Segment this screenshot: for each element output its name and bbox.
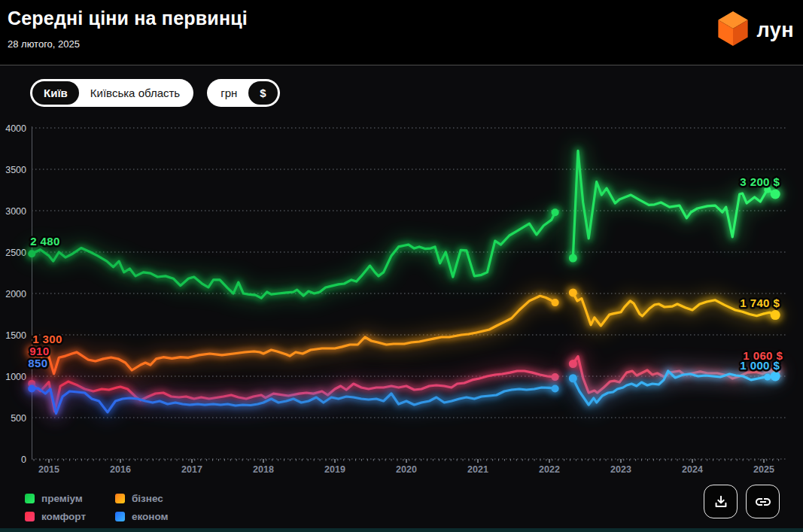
x-axis-label: 2022 (539, 464, 560, 475)
toolbar: Київ Київська область грн $ (30, 79, 280, 107)
data-point-бізнес (771, 310, 780, 320)
y-axis-label: 2500 (5, 248, 26, 258)
download-button[interactable] (704, 485, 738, 518)
legend-swatch (115, 494, 125, 503)
legend-item-комфорт: комфорт (25, 507, 114, 525)
data-point-бізнес (552, 299, 559, 306)
x-axis-label: 2018 (253, 464, 274, 475)
copy-link-button[interactable] (746, 485, 780, 518)
series-line-преміум (32, 212, 555, 298)
y-axis-label: 3000 (5, 206, 26, 217)
y-axis-label: 3500 (5, 165, 26, 175)
data-point-економ (771, 372, 780, 382)
link-icon (754, 493, 772, 511)
x-axis-label: 2020 (396, 464, 417, 475)
legend-swatch (25, 512, 35, 521)
y-axis-label: 500 (11, 413, 26, 424)
x-axis-label: 2019 (324, 464, 345, 475)
toggle-uah[interactable]: грн (209, 81, 248, 105)
value-label: 1 300 (32, 333, 62, 345)
report-date: 28 лютого, 2025 (8, 38, 80, 50)
legend-label: бізнес (132, 493, 163, 504)
legend-label: економ (132, 511, 169, 522)
price-chart: 0500100015002000250030003500400020152016… (0, 113, 803, 489)
data-point-преміум (771, 190, 780, 199)
x-axis-label: 2015 (38, 464, 59, 475)
currency-toggle: грн $ (207, 79, 279, 107)
y-axis-label: 4000 (5, 123, 26, 134)
toggle-kyiv-region[interactable]: Київська область (79, 81, 191, 105)
chart-actions (704, 485, 780, 518)
value-label: 850 (28, 357, 47, 369)
legend-swatch (25, 494, 35, 503)
series-line-преміум (573, 150, 775, 258)
x-axis-label: 2024 (682, 464, 703, 475)
download-icon (713, 494, 729, 510)
value-label: 1 740 $ (740, 296, 780, 309)
lun-logo-text: лун (756, 19, 794, 42)
data-point-преміум (569, 254, 577, 263)
data-point-економ (569, 374, 577, 382)
bottom-strip (0, 528, 803, 532)
x-axis-label: 2016 (110, 464, 131, 475)
header: Середні ціни на первинці 28 лютого, 2025… (0, 0, 803, 65)
data-point-економ (552, 385, 559, 393)
toggle-kyiv[interactable]: Київ (32, 81, 79, 105)
value-label: 3 200 $ (740, 175, 780, 188)
legend-label: комфорт (41, 511, 86, 522)
value-label: 1 000 $ (740, 359, 780, 372)
legend-item-економ: економ (115, 507, 169, 525)
data-point-преміум (552, 208, 559, 216)
lun-cube-icon (716, 11, 750, 50)
legend-label: преміум (41, 493, 83, 504)
data-point-економ (28, 385, 35, 393)
data-point-бізнес (569, 288, 577, 296)
y-axis-label: 2000 (5, 289, 26, 299)
x-axis-label: 2017 (181, 464, 202, 475)
data-point-комфорт (552, 373, 559, 381)
y-axis-label: 1500 (5, 330, 26, 341)
legend-item-бізнес: бізнес (115, 489, 169, 507)
data-point-комфорт (569, 360, 577, 368)
data-point-преміум (28, 250, 35, 257)
chart-legend: преміумбізнескомфортеконом (25, 489, 169, 525)
x-axis-label: 2021 (467, 464, 488, 475)
toggle-usd[interactable]: $ (248, 81, 277, 105)
x-axis-label: 2025 (753, 464, 774, 475)
x-axis-label: 2023 (610, 464, 631, 475)
y-axis-label: 0 (21, 454, 26, 465)
lun-logo[interactable]: лун (716, 11, 794, 50)
legend-item-преміум: преміум (25, 489, 114, 507)
page-title: Середні ціни на первинці (8, 8, 248, 29)
value-label: 2 480 (30, 235, 60, 248)
city-toggle: Київ Київська область (30, 79, 193, 107)
y-axis-label: 1000 (5, 372, 26, 382)
value-label: 910 (29, 345, 49, 357)
legend-swatch (115, 512, 125, 521)
